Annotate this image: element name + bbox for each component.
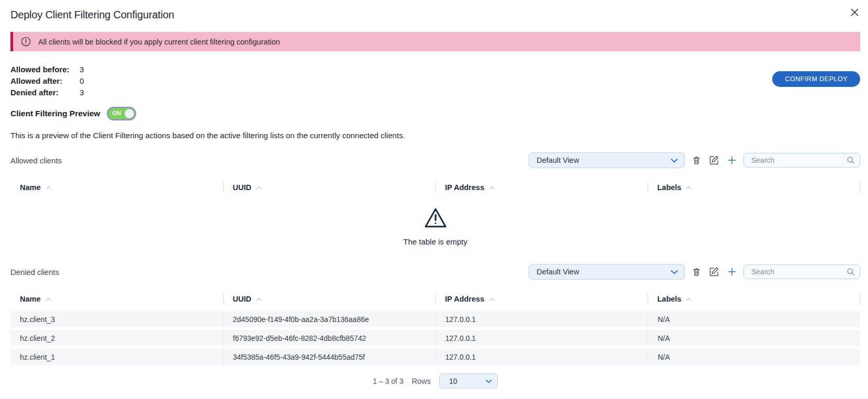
view-select-value: Default View — [537, 268, 579, 276]
confirm-deploy-button[interactable]: CONFIRM DEPLOY — [772, 71, 860, 87]
column-header-label: Labels — [658, 295, 682, 303]
cell-labels: N/A — [648, 311, 860, 327]
toggle-state-text: ON — [112, 110, 121, 116]
column-header-labels[interactable]: Labels — [648, 182, 860, 193]
denied-table-header: Name UUID IP Address Labels — [10, 293, 860, 305]
denied-view-select[interactable]: Default View — [529, 264, 685, 280]
denied-search-input[interactable] — [750, 267, 847, 276]
cell-name: hz.client_3 — [10, 311, 223, 327]
allowed-section-title: Allowed clients — [10, 156, 62, 165]
delete-view-button[interactable] — [690, 154, 703, 167]
stat-allowed-before: Allowed before: 3 — [10, 64, 84, 75]
column-header-label: UUID — [233, 295, 251, 303]
stat-label: Allowed before: — [10, 64, 80, 75]
table-row: hz.client_1 34f5385a-46f5-43a9-942f-5444… — [10, 349, 860, 365]
page-title: Deploy Client Filtering Configuration — [10, 8, 174, 21]
chevron-down-icon — [485, 379, 492, 383]
allowed-search-box — [743, 153, 860, 168]
cell-name: hz.client_1 — [10, 349, 223, 365]
stat-value: 3 — [80, 87, 84, 98]
sort-caret-icon — [686, 186, 692, 190]
warning-banner: All clients will be blocked if you apply… — [10, 32, 860, 51]
allowed-section-header: Allowed clients Default View — [10, 152, 860, 168]
denied-table-body: hz.client_3 2d45090e-f149-4f0b-aa2a-3a7b… — [10, 311, 860, 365]
deploy-dialog: Deploy Client Filtering Configuration Al… — [0, 0, 868, 399]
column-header-ip[interactable]: IP Address — [435, 293, 648, 305]
column-header-label: IP Address — [445, 295, 484, 303]
sort-caret-icon — [686, 297, 692, 301]
trash-icon — [692, 267, 702, 277]
cell-ip: 127.0.0.1 — [436, 311, 648, 327]
column-header-label: UUID — [233, 183, 251, 192]
trash-icon — [692, 155, 702, 165]
sort-caret-icon — [256, 297, 262, 301]
sort-caret-icon — [46, 297, 51, 301]
stat-value: 3 — [80, 64, 84, 75]
pagination: 1 – 3 of 3 Rows 10 — [10, 373, 860, 389]
allowed-search-input[interactable] — [750, 156, 847, 165]
client-filtering-preview-toggle[interactable]: ON — [107, 107, 136, 120]
column-header-label: Labels — [658, 183, 682, 192]
edit-icon — [709, 155, 719, 165]
allowed-table-header: Name UUID IP Address Labels — [10, 182, 860, 193]
close-icon — [850, 10, 859, 18]
page-size-select[interactable]: 10 — [439, 373, 498, 389]
allowed-view-select[interactable]: Default View — [529, 152, 685, 168]
stats-row: Allowed before: 3 Allowed after: 0 Denie… — [10, 64, 860, 98]
column-header-name[interactable]: Name — [10, 182, 223, 193]
cell-uuid: 34f5385a-46f5-43a9-942f-5444b55ad75f — [223, 349, 436, 365]
table-row: hz.client_2 f6793e92-d5eb-46fc-8282-4db8… — [10, 330, 860, 346]
allowed-table: Name UUID IP Address Labels — [10, 182, 860, 246]
rows-label: Rows — [412, 377, 431, 385]
stat-value: 0 — [80, 75, 84, 87]
column-header-uuid[interactable]: UUID — [223, 293, 436, 305]
allowed-controls: Default View — [529, 152, 860, 168]
dialog-header: Deploy Client Filtering Configuration — [10, 8, 860, 21]
cell-labels: N/A — [648, 349, 860, 365]
column-header-label: IP Address — [445, 183, 484, 192]
delete-view-button[interactable] — [690, 265, 703, 278]
close-button[interactable] — [849, 7, 860, 19]
chevron-down-icon — [671, 158, 678, 163]
sort-caret-icon — [256, 186, 262, 190]
column-header-uuid[interactable]: UUID — [223, 182, 436, 193]
denied-section-header: Denied clients Default View — [10, 264, 860, 280]
warning-triangle-icon — [424, 207, 448, 229]
plus-icon — [727, 155, 737, 165]
add-view-button[interactable] — [726, 154, 738, 167]
sort-caret-icon — [489, 297, 495, 301]
column-header-label: Name — [20, 183, 41, 192]
preview-description: This is a preview of the Client Filterin… — [10, 131, 860, 140]
toggle-knob — [125, 109, 134, 118]
edit-view-button[interactable] — [708, 154, 720, 167]
chevron-down-icon — [671, 270, 678, 274]
cell-name: hz.client_2 — [10, 330, 223, 346]
edit-icon — [709, 267, 719, 277]
preview-toggle-row: Client Filtering Preview ON — [10, 107, 860, 120]
cell-ip: 127.0.0.1 — [436, 349, 648, 365]
column-header-labels[interactable]: Labels — [648, 293, 860, 305]
column-header-label: Name — [20, 295, 41, 303]
cell-uuid: 2d45090e-f149-4f0b-aa2a-3a7b136aa86e — [223, 311, 436, 327]
stat-label: Denied after: — [10, 87, 80, 98]
view-select-value: Default View — [537, 156, 579, 164]
column-header-ip[interactable]: IP Address — [435, 182, 648, 193]
cell-ip: 127.0.0.1 — [436, 330, 648, 346]
denied-table: Name UUID IP Address Labels hz.client_3 … — [10, 293, 860, 365]
edit-view-button[interactable] — [708, 265, 720, 278]
plus-icon — [727, 267, 737, 277]
table-row: hz.client_3 2d45090e-f149-4f0b-aa2a-3a7b… — [10, 311, 860, 327]
empty-table-text: The table is empty — [403, 237, 468, 246]
page-size-value: 10 — [449, 377, 458, 385]
stat-allowed-after: Allowed after: 0 — [10, 75, 84, 87]
warning-banner-text: All clients will be blocked if you apply… — [38, 38, 280, 46]
add-view-button[interactable] — [726, 265, 738, 278]
search-icon — [847, 268, 855, 276]
denied-controls: Default View — [529, 264, 860, 280]
alert-circle-icon — [20, 36, 31, 47]
column-header-name[interactable]: Name — [10, 293, 223, 305]
stat-denied-after: Denied after: 3 — [10, 87, 84, 98]
sort-caret-icon — [46, 186, 51, 190]
preview-toggle-label: Client Filtering Preview — [10, 109, 100, 118]
search-icon — [847, 156, 855, 164]
